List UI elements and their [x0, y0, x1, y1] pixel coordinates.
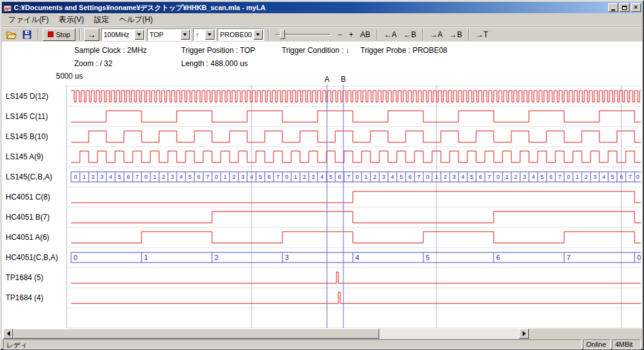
menu-item-view[interactable]: 表示(V) — [53, 13, 89, 26]
bus-value: 0 — [637, 254, 641, 261]
bus-value: 5 — [258, 174, 262, 180]
toolbar-separator — [38, 29, 39, 40]
bus-value: 6 — [338, 174, 341, 180]
channel-row: LS145 A(9) — [6, 151, 641, 162]
horizontal-scrollbar[interactable] — [3, 329, 529, 339]
trigger-position-select[interactable]: TOP — [147, 28, 191, 41]
toolbar-separator — [268, 29, 269, 40]
bus-value: 2 — [214, 254, 218, 261]
bus-value: 3 — [523, 174, 526, 180]
goto-cursor-a-right-button[interactable]: →A — [428, 29, 445, 40]
bus-value: 7 — [206, 174, 209, 180]
bus-value: 3 — [452, 174, 455, 180]
zoom-slider-thumb[interactable] — [280, 30, 285, 39]
dropdown-arrow-icon[interactable] — [253, 30, 263, 40]
sample-rate-select[interactable]: 100MHz — [101, 28, 145, 41]
bus-value: 7 — [347, 174, 350, 180]
sample-rate-value: 100MHz — [102, 31, 135, 38]
goto-cursor-b-left-button[interactable]: ←B — [401, 29, 419, 40]
trigger-probe-select[interactable]: PROBE00 — [218, 28, 264, 41]
bus-value: 6 — [549, 174, 552, 180]
bus-value: 3 — [593, 174, 596, 180]
channel-row: LS145 B(10) — [6, 131, 641, 142]
goto-cursor-b-right-button[interactable]: →B — [447, 29, 465, 40]
bus-value: 2 — [443, 174, 447, 180]
minimize-button[interactable] — [608, 3, 618, 12]
open-folder-icon — [6, 30, 17, 39]
bus-value: 1 — [364, 174, 367, 180]
bus-value: 7 — [135, 174, 138, 180]
menu-item-help[interactable]: ヘルプ(H) — [114, 13, 158, 26]
bus-value: 1 — [153, 174, 156, 180]
channel-row: TP1684 (4) — [6, 292, 641, 303]
cursor-a[interactable]: A — [325, 75, 330, 328]
dropdown-arrow-icon[interactable] — [135, 30, 144, 40]
bus-value: 4 — [250, 174, 253, 180]
bus-value: 5 — [188, 174, 191, 180]
bus-value: 2 — [584, 174, 587, 180]
bus-value: 1 — [144, 254, 148, 261]
channel-row: HC4051 B(7) — [6, 212, 641, 223]
zoom-in-button[interactable]: + — [347, 29, 356, 40]
channel-row: TP1684 (5) — [6, 272, 641, 283]
bus-value: 6 — [126, 174, 130, 180]
scroll-right-button[interactable] — [519, 329, 529, 339]
dropdown-arrow-icon[interactable] — [205, 30, 214, 40]
open-file-button[interactable] — [4, 28, 18, 41]
scrollbar-thumb[interactable] — [13, 329, 379, 339]
bus-value: 5 — [540, 174, 543, 180]
bus-value: 4 — [391, 174, 394, 180]
channel-row: LS145 C(11) — [6, 111, 641, 122]
bus-value: 4 — [179, 174, 182, 180]
scroll-left-button[interactable] — [3, 329, 13, 339]
bus-value: 0 — [355, 174, 358, 180]
run-button[interactable]: → — [84, 28, 99, 41]
bus-value: 4 — [320, 174, 323, 180]
scrollbar-corner-filler — [529, 329, 642, 339]
zoom-out-button[interactable]: − — [335, 29, 345, 40]
toolbar-separator — [377, 29, 378, 40]
status-ready: レディ — [3, 339, 582, 349]
channel-label: LS145 A(9) — [6, 152, 43, 161]
zoom-slider[interactable] — [275, 28, 331, 41]
bus-value: 2 — [91, 174, 94, 180]
trigger-edge-value: ↑ — [194, 31, 205, 38]
bus-value: 6 — [267, 174, 270, 180]
ab-cursor-button[interactable]: AB — [358, 29, 373, 40]
goto-cursor-a-left-button[interactable]: ←A — [382, 29, 399, 40]
bus-value: 6 — [479, 174, 482, 180]
menu-item-file[interactable]: ファイル(F) — [3, 13, 53, 26]
bus-value: 0 — [636, 174, 639, 180]
bus-value: 6 — [619, 174, 623, 180]
cursor-b[interactable]: B — [341, 75, 346, 328]
waveform-canvas[interactable]: LS145 D(12)LS145 C(11)LS145 B(10)LS145 A… — [2, 42, 642, 329]
bus-value: 2 — [514, 174, 517, 180]
menu-item-settings[interactable]: 設定 — [89, 13, 114, 26]
dropdown-arrow-icon[interactable] — [180, 30, 190, 40]
bus-value: 6 — [496, 254, 500, 261]
menu-bar: ファイル(F) 表示(V) 設定 ヘルプ(H) — [2, 14, 642, 26]
goto-trigger-button[interactable]: →T — [474, 29, 491, 40]
app-icon — [3, 3, 12, 12]
channel-label: LS145 D(12) — [6, 92, 48, 101]
bus-value: 4 — [461, 174, 464, 180]
close-button[interactable]: × — [631, 3, 641, 12]
bus-value: 5 — [470, 174, 473, 180]
bus-value: 3 — [241, 174, 244, 180]
maximize-button[interactable] — [619, 3, 630, 12]
bus-value: 4 — [602, 174, 605, 180]
bus-value: 0 — [567, 174, 570, 180]
bus-value: 1 — [505, 174, 508, 180]
scroll-right-icon — [523, 331, 526, 336]
stop-button[interactable]: Stop — [43, 28, 75, 41]
trigger-edge-select[interactable]: ↑ — [193, 28, 216, 41]
channel-label: LS145 B(10) — [6, 132, 48, 141]
bus-value: 5 — [426, 254, 430, 261]
bus-value: 3 — [285, 254, 289, 261]
cursor-label: B — [341, 75, 346, 84]
bus-value: 6 — [408, 174, 411, 180]
save-button[interactable] — [20, 28, 34, 41]
trigger-probe-value: PROBE00 — [218, 31, 253, 38]
bus-value: 2 — [303, 174, 306, 180]
bus-value: 0 — [496, 174, 499, 180]
